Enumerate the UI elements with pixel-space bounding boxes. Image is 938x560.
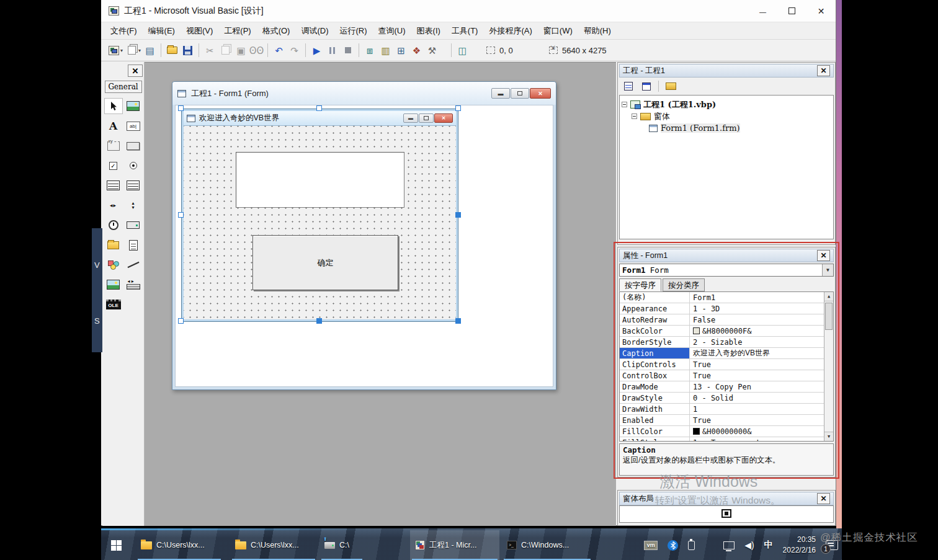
menu-run[interactable]: 运行(R) <box>334 23 372 39</box>
tool-frame[interactable] <box>104 138 123 154</box>
selection-handle-right-mid[interactable] <box>455 212 461 218</box>
bluetooth-tray-icon[interactable] <box>668 540 678 551</box>
usb-tray-icon[interactable] <box>688 541 695 550</box>
object-browser-button[interactable]: ❖ <box>409 43 424 58</box>
selection-handle-bottom-mid[interactable] <box>316 318 322 324</box>
property-grid-scrollbar[interactable]: ▲ ▼ <box>824 292 833 441</box>
scroll-up-arrow[interactable]: ▲ <box>824 292 833 301</box>
menu-file[interactable]: 文件(F) <box>105 23 143 39</box>
taskbar-item-vb[interactable]: 工程1 - Micr... <box>410 530 499 560</box>
selection-handle-top-mid[interactable] <box>316 105 322 111</box>
project-explorer-button[interactable]: 🗉 <box>362 43 378 58</box>
form-layout-title-bar[interactable]: 窗体布局 ✕ <box>619 492 834 505</box>
selection-handle-bottom-right[interactable] <box>455 318 461 324</box>
menu-addins[interactable]: 外接程序(A) <box>483 23 537 39</box>
menu-view[interactable]: 视图(V) <box>181 23 218 39</box>
menu-help[interactable]: 帮助(H) <box>578 23 617 39</box>
scroll-down-arrow[interactable]: ▼ <box>824 432 833 441</box>
tree-node-form1[interactable]: Form1 (Form1.frm) <box>622 122 831 134</box>
selection-handle-left-mid[interactable] <box>178 212 184 218</box>
collapse-icon[interactable] <box>632 113 637 119</box>
project-explorer-close-button[interactable]: ✕ <box>817 65 830 76</box>
tab-alphabetic[interactable]: 按字母序 <box>619 278 661 291</box>
menu-editor-button[interactable]: ▤ <box>142 43 158 58</box>
tool-textbox[interactable]: ab| <box>124 118 143 134</box>
selection-handle-top-right[interactable] <box>455 105 461 111</box>
tool-shape[interactable] <box>104 257 123 273</box>
tab-categorized[interactable]: 按分类序 <box>663 278 705 291</box>
add-form-button[interactable] <box>124 43 140 58</box>
volume-tray-icon[interactable]: ◀) <box>744 540 754 550</box>
view-code-button[interactable] <box>620 80 636 93</box>
tool-ole[interactable]: OLE <box>104 296 123 313</box>
save-button[interactable] <box>180 43 195 58</box>
tool-label[interactable]: A <box>104 118 123 134</box>
designer-restore-button[interactable] <box>511 88 529 99</box>
tree-node-forms-folder[interactable]: 窗体 <box>622 110 831 122</box>
tool-vscrollbar[interactable]: ▴▾ <box>124 197 143 213</box>
properties-title-bar[interactable]: 属性 - Form1 ✕ <box>619 249 834 262</box>
menu-format[interactable]: 格式(O) <box>257 23 296 39</box>
tool-hscrollbar[interactable]: ◂▸ <box>104 197 123 213</box>
tool-checkbox[interactable]: ✓ <box>104 158 123 174</box>
combo-dropdown-button[interactable]: ▼ <box>822 264 833 276</box>
vmware-tray-icon[interactable]: vm <box>644 541 658 550</box>
tool-drivelistbox[interactable] <box>124 217 143 233</box>
properties-close-button[interactable]: ✕ <box>817 250 830 261</box>
tool-dirlistbox[interactable] <box>104 237 123 253</box>
tool-commandbutton[interactable] <box>124 138 143 154</box>
menu-diagram[interactable]: 图表(I) <box>411 23 446 39</box>
data-view-button[interactable]: ◫ <box>455 43 470 58</box>
tool-listbox[interactable] <box>124 177 143 193</box>
taskbar-item-cmd[interactable]: >_ C:\Windows... <box>502 530 592 560</box>
open-project-button[interactable] <box>164 43 180 58</box>
paste-button[interactable]: ▣ <box>233 43 249 58</box>
taskbar-item-drive-c[interactable]: C:\ <box>319 530 364 560</box>
app-color-tray-icon[interactable] <box>705 541 713 549</box>
toolbox-button[interactable]: ⚒ <box>424 43 440 58</box>
tool-image[interactable] <box>104 277 123 293</box>
input-method-indicator[interactable]: 中 <box>764 540 773 551</box>
collapse-icon[interactable] <box>622 102 627 107</box>
selection-handle-top-left[interactable] <box>178 105 184 111</box>
ok-command-button[interactable]: 确定 <box>252 235 398 290</box>
tree-node-project[interactable]: 工程1 (工程1.vbp) <box>622 99 831 110</box>
tool-picturebox[interactable] <box>124 98 143 114</box>
taskbar-item-explorer-1[interactable]: C:\Users\lxx... <box>136 530 223 560</box>
tool-timer[interactable] <box>104 217 123 233</box>
menu-query[interactable]: 查询(U) <box>373 23 411 39</box>
scroll-thumb[interactable] <box>825 303 833 330</box>
minimize-button[interactable] <box>748 0 777 22</box>
network-tray-icon[interactable] <box>723 541 735 549</box>
menu-edit[interactable]: 编辑(E) <box>143 23 181 39</box>
menu-window[interactable]: 窗口(W) <box>538 23 578 39</box>
form-layout-close-button[interactable]: ✕ <box>817 493 830 504</box>
tool-combobox[interactable] <box>104 177 123 193</box>
menu-tools[interactable]: 工具(T) <box>446 23 484 39</box>
taskbar-item-explorer-2[interactable]: C:\Users\lxx... <box>230 530 317 560</box>
view-object-button[interactable] <box>638 80 654 93</box>
tool-optionbutton[interactable] <box>124 158 143 174</box>
menu-project[interactable]: 工程(P) <box>218 23 256 39</box>
toolbox-close-button[interactable]: ✕ <box>128 64 143 77</box>
tool-pointer[interactable] <box>104 98 123 114</box>
object-selector-combo[interactable]: Form1 Form ▼ <box>619 264 834 277</box>
redo-button[interactable]: ↷ <box>287 43 302 58</box>
undo-button[interactable]: ↶ <box>271 43 287 58</box>
tool-filelistbox[interactable] <box>124 237 143 253</box>
cut-button[interactable]: ✂ <box>202 43 218 58</box>
tool-line[interactable] <box>124 257 143 273</box>
start-button[interactable] <box>101 530 131 560</box>
break-button[interactable] <box>324 43 340 58</box>
copy-button[interactable] <box>218 43 233 58</box>
maximize-button[interactable] <box>777 0 806 22</box>
form-layout-button[interactable]: ⊞ <box>393 43 409 58</box>
designer-title-bar[interactable]: 工程1 - Form1 (Form) ▬ ✕ <box>172 82 556 105</box>
textbox-control[interactable] <box>236 152 404 208</box>
tool-data[interactable] <box>124 277 143 293</box>
toolbox-general-tab[interactable]: General <box>105 81 142 93</box>
find-button[interactable]: ꙨꙨ <box>249 43 264 58</box>
designer-minimize-button[interactable]: ▬ <box>491 88 510 99</box>
add-project-button[interactable] <box>106 43 122 58</box>
start-button[interactable]: ▶ <box>309 43 324 58</box>
